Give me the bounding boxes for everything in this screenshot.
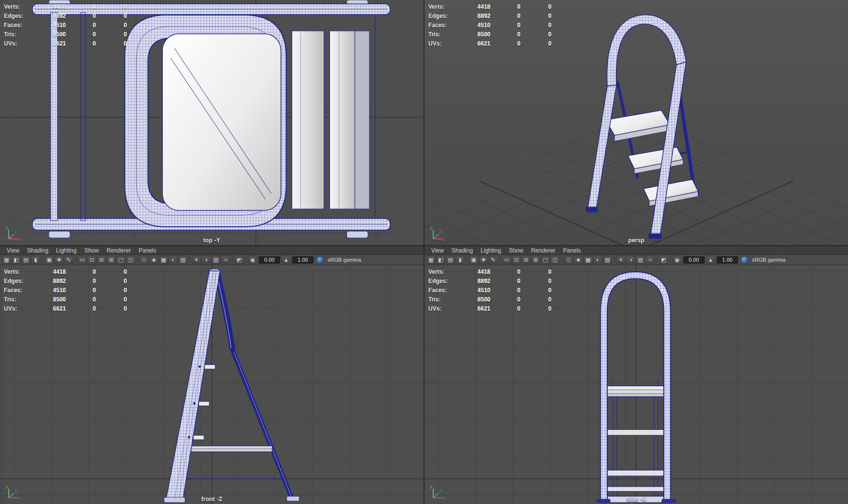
motion-blur-icon[interactable]: ≈ [645, 256, 655, 264]
safe-title-icon[interactable]: ◫ [126, 256, 135, 264]
svg-text:z: z [15, 229, 17, 234]
default-material-icon[interactable]: ◐ [593, 256, 602, 264]
stat-row: UVs:662100 [428, 39, 551, 48]
occlusion-icon[interactable]: ▧ [636, 256, 645, 264]
menu-panels[interactable]: Panels [559, 247, 585, 254]
xray-icon[interactable]: ▨ [178, 256, 188, 264]
gate-mask-icon[interactable]: ⊟ [97, 256, 106, 264]
menu-shading[interactable]: Shading [23, 247, 52, 254]
select-camera-icon[interactable]: ▦ [426, 256, 436, 264]
menu-view[interactable]: View [3, 247, 23, 254]
stat-value: 8500 [39, 31, 66, 38]
camera-attributes-icon[interactable]: ▤ [21, 256, 31, 264]
wireframe-display-icon[interactable]: ◇ [140, 256, 149, 264]
stat-label: Tris: [4, 296, 39, 303]
textured-display-icon[interactable]: ▩ [583, 256, 593, 264]
toolbar-separator [562, 256, 562, 263]
stat-col2: 0 [520, 278, 551, 284]
menu-renderer[interactable]: Renderer [103, 247, 135, 254]
wireframe-display-icon[interactable]: ◇ [564, 256, 573, 264]
film-gate-icon[interactable]: ▭ [78, 256, 87, 264]
gate-mask-icon[interactable]: ⊟ [521, 256, 531, 264]
stat-col2: 0 [96, 40, 127, 47]
color-management-icon[interactable] [741, 256, 748, 264]
lights-icon[interactable]: ☀ [192, 256, 201, 264]
stat-col2: 0 [520, 13, 551, 19]
grease-pencil-icon[interactable]: ✎ [64, 256, 73, 264]
lights-icon[interactable]: ☀ [616, 256, 626, 264]
isolate-select-icon[interactable]: ◩ [235, 256, 244, 264]
textured-display-icon[interactable]: ▩ [159, 256, 168, 264]
viewport-top[interactable]: Verts:441800Edges:889200Faces:451000Tris… [0, 0, 424, 245]
exposure-icon[interactable]: ◉ [673, 256, 682, 264]
stat-row: Tris:850000 [4, 295, 127, 304]
2d-pan-zoom-icon[interactable]: ✚ [479, 256, 488, 264]
gamma-icon[interactable]: ▲ [706, 256, 715, 264]
bookmark-icon[interactable]: ▮ [455, 256, 465, 264]
toolbar-separator [189, 256, 190, 263]
stat-value: 4418 [463, 268, 490, 275]
stat-value: 8892 [39, 278, 66, 284]
xray-icon[interactable]: ▨ [603, 256, 612, 264]
menu-show[interactable]: Show [80, 247, 103, 254]
gamma-field[interactable]: 1.00 [292, 256, 314, 264]
viewport-side[interactable]: Verts:441800Edges:889200Faces:451000Tris… [424, 265, 848, 504]
field-chart-icon[interactable]: ⊞ [107, 256, 116, 264]
menu-show[interactable]: Show [505, 247, 527, 254]
shadows-icon[interactable]: ◑ [202, 256, 211, 264]
lock-camera-icon[interactable]: ◧ [12, 256, 21, 264]
resolution-gate-icon[interactable]: ⊡ [512, 256, 521, 264]
film-gate-icon[interactable]: ▭ [502, 256, 511, 264]
gamma-field[interactable]: 1.00 [717, 256, 738, 264]
menu-panels[interactable]: Panels [135, 247, 160, 254]
shadows-icon[interactable]: ◑ [626, 256, 635, 264]
menu-view[interactable]: View [427, 247, 448, 254]
svg-text:y: y [430, 484, 433, 489]
viewport-persp[interactable]: Verts:441800Edges:889200Faces:451000Tris… [424, 0, 848, 245]
image-plane-icon[interactable]: ▣ [469, 256, 478, 264]
exposure-field[interactable]: 0.00 [683, 256, 705, 264]
menu-shading[interactable]: Shading [448, 247, 477, 254]
menu-lighting[interactable]: Lighting [477, 247, 505, 254]
safe-action-icon[interactable]: ▢ [116, 256, 126, 264]
shaded-display-icon[interactable]: ■ [149, 256, 158, 264]
stat-row: Verts:441800 [428, 267, 551, 276]
default-material-icon[interactable]: ◐ [169, 256, 178, 264]
field-chart-icon[interactable]: ⊞ [531, 256, 540, 264]
motion-blur-icon[interactable]: ≈ [221, 256, 230, 264]
lock-camera-icon[interactable]: ◧ [436, 256, 445, 264]
stat-value: 4510 [39, 287, 66, 294]
color-management-icon[interactable] [316, 256, 324, 264]
viewport-front[interactable]: Verts:441800Edges:889200Faces:451000Tris… [0, 265, 424, 504]
resolution-gate-icon[interactable]: ⊡ [87, 256, 96, 264]
stat-col2: 0 [520, 22, 551, 29]
gamma-icon[interactable]: ▲ [282, 256, 291, 264]
stat-col2: 0 [96, 287, 127, 294]
camera-attributes-icon[interactable]: ▤ [446, 256, 455, 264]
stat-label: UVs: [428, 305, 463, 312]
isolate-select-icon[interactable]: ◩ [659, 256, 668, 264]
stat-col2: 0 [520, 287, 551, 294]
stat-col2: 0 [96, 296, 127, 303]
2d-pan-zoom-icon[interactable]: ✚ [54, 256, 63, 264]
image-plane-icon[interactable]: ▣ [45, 256, 54, 264]
menu-renderer[interactable]: Renderer [527, 247, 559, 254]
stat-row: Tris:850000 [428, 295, 551, 304]
safe-action-icon[interactable]: ▢ [541, 256, 550, 264]
occlusion-icon[interactable]: ▧ [211, 256, 220, 264]
exposure-icon[interactable]: ◉ [248, 256, 257, 264]
exposure-field[interactable]: 0.00 [259, 256, 280, 264]
safe-title-icon[interactable]: ◫ [550, 256, 560, 264]
shaded-display-icon[interactable]: ■ [574, 256, 583, 264]
stat-col1: 0 [66, 13, 96, 19]
srgb-gamma-label: sRGB gamma [750, 257, 787, 263]
stat-col2: 0 [96, 13, 127, 19]
grease-pencil-icon[interactable]: ✎ [488, 256, 498, 264]
bookmark-icon[interactable]: ▮ [31, 256, 40, 264]
stat-col2: 0 [520, 31, 551, 38]
stat-col1: 0 [490, 40, 520, 47]
menu-lighting[interactable]: Lighting [52, 247, 80, 254]
select-camera-icon[interactable]: ▦ [2, 256, 11, 264]
stat-col1: 0 [66, 3, 96, 10]
stat-col1: 0 [490, 268, 520, 275]
